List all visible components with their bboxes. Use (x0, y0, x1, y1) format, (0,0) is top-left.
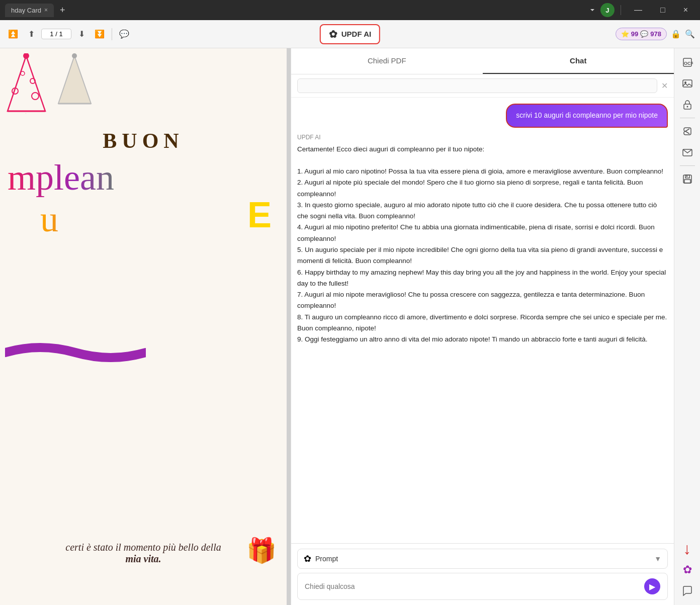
svg-point-3 (21, 71, 25, 75)
svg-text:OCR: OCR (684, 61, 693, 66)
minimize-btn[interactable]: — (627, 0, 649, 20)
next-page-btn[interactable]: ⬇ (73, 26, 90, 42)
tab-close-btn[interactable]: × (44, 7, 48, 14)
image-icon (682, 78, 693, 89)
svg-rect-20 (686, 176, 687, 177)
compleanno-area: mplean u (10, 157, 277, 240)
new-tab-btn[interactable]: + (60, 5, 65, 16)
save-icon (682, 174, 693, 185)
lock-doc-icon (682, 99, 693, 110)
party-hats (5, 53, 94, 114)
bottom-text: certi è stato il momento più bello della… (0, 542, 287, 565)
badge-star-count: 99 (631, 30, 638, 38)
e-letter: E (247, 194, 272, 235)
tab-chat[interactable]: Chat (483, 48, 674, 74)
gift-icon: 🎁 (246, 537, 277, 565)
svg-rect-19 (684, 180, 690, 183)
save-btn[interactable] (677, 169, 697, 189)
hat-pink-icon (5, 53, 48, 114)
svg-point-9 (72, 53, 77, 58)
svg-marker-0 (8, 56, 45, 111)
compleanno-text-1: mplean (8, 157, 277, 199)
ocr-icon: OCR (682, 57, 693, 68)
tab-label: hday Card (11, 7, 41, 14)
hat-gray-icon (56, 53, 94, 106)
image-btn[interactable] (677, 73, 697, 94)
panel-search-input[interactable] (297, 78, 657, 93)
ai-tabs: Chiedi PDF Chat (291, 48, 674, 74)
prev-page-btn[interactable]: ⬆ (23, 26, 39, 42)
email-btn[interactable] (677, 142, 697, 162)
pdf-viewer: BUON mplean u E certi è stato il momento… (0, 48, 287, 605)
bottom-line2: mia vita. (0, 553, 287, 565)
toolbar-right: ⭐ 99 💬 978 🔒 🔍 (616, 28, 695, 40)
ocr-btn[interactable]: OCR (677, 52, 697, 72)
share-icon (682, 126, 693, 137)
prompt-chevron-icon: ▼ (654, 555, 661, 563)
toolbar: ⏫ ⬆ ⬇ ⏬ 💬 ✿ UPDF AI ⭐ 99 💬 978 🔒 🔍 (0, 20, 700, 48)
chat-bubble-icon (682, 585, 693, 596)
titlebar: hday Card × + J — □ × (0, 0, 700, 20)
right-sidebar: OCR (674, 48, 700, 605)
updf-flower-btn[interactable]: ✿ (677, 560, 697, 580)
prompt-logo-icon: ✿ (304, 553, 311, 564)
prompt-area: ✿ Prompt ▼ ▶ (291, 543, 674, 605)
share-btn[interactable] (677, 121, 697, 141)
toolbar-divider-1 (112, 28, 112, 40)
ai-panel: Chiedi PDF Chat ✕ scrivi 10 auguri di co… (291, 48, 674, 605)
updf-ai-label: UPDF AI (341, 30, 371, 38)
sidebar-divider-1 (680, 118, 695, 118)
chevron-down-icon[interactable] (588, 6, 596, 14)
ai-response-text: Certamente! Ecco dieci auguri di complea… (297, 144, 668, 345)
pdf-page: BUON mplean u E certi è stato il momento… (0, 48, 287, 605)
ribbon (5, 340, 156, 367)
prompt-input[interactable] (305, 582, 640, 590)
compleanno-text-2: u (40, 199, 277, 240)
svg-point-6 (23, 53, 29, 59)
prompt-selector[interactable]: ✿ Prompt ▼ (297, 549, 668, 569)
star-icon: ⭐ (621, 30, 629, 38)
user-message-container: scrivi 10 auguri di compleanno per mio n… (291, 98, 674, 128)
email-icon (682, 147, 693, 158)
prompt-label: Prompt (315, 555, 650, 563)
msg-icon: 💬 (640, 30, 648, 38)
bottom-line1: certi è stato il momento più bello della (0, 542, 287, 553)
chat-panel-btn[interactable] (677, 581, 697, 601)
last-page-btn[interactable]: ⏬ (92, 26, 108, 42)
tab-chiedi-pdf[interactable]: Chiedi PDF (291, 48, 483, 74)
sidebar-divider-2 (680, 165, 695, 166)
maximize-btn[interactable]: □ (653, 0, 672, 20)
panel-search: ✕ (291, 74, 674, 98)
user-bubble: scrivi 10 auguri di compleanno per mio n… (506, 104, 668, 128)
updf-logo-icon: ✿ (329, 28, 337, 40)
lock-doc-btn[interactable] (677, 95, 697, 115)
close-window-btn[interactable]: × (676, 0, 695, 20)
main-area: BUON mplean u E certi è stato il momento… (0, 48, 700, 605)
svg-point-15 (686, 106, 688, 108)
search-icon[interactable]: 🔍 (685, 29, 695, 39)
prompt-input-row: ▶ (297, 573, 668, 600)
badge-msg-count: 978 (650, 30, 661, 38)
updf-ai-button[interactable]: ✿ UPDF AI (320, 24, 380, 44)
comment-btn[interactable]: 💬 (116, 26, 132, 42)
svg-marker-7 (58, 56, 91, 104)
first-page-btn[interactable]: ⏫ (5, 26, 21, 42)
avatar: J (600, 3, 615, 17)
ai-response-area: UPDF AI Certamente! Ecco dieci auguri di… (291, 128, 674, 543)
titlebar-icons: J — □ × (588, 0, 695, 20)
buon-text: BUON (103, 129, 184, 153)
svg-point-4 (32, 93, 39, 100)
panel-close-icon[interactable]: ✕ (661, 81, 668, 91)
scroll-down-arrow[interactable]: ↓ (677, 539, 697, 559)
page-input[interactable] (41, 29, 71, 39)
panel-separator (287, 48, 291, 605)
active-tab[interactable]: hday Card × (5, 4, 54, 17)
badge-button[interactable]: ⭐ 99 💬 978 (616, 28, 667, 40)
send-button[interactable]: ▶ (644, 578, 660, 594)
ai-response-label: UPDF AI (297, 134, 668, 141)
lock-icon[interactable]: 🔒 (671, 29, 681, 39)
